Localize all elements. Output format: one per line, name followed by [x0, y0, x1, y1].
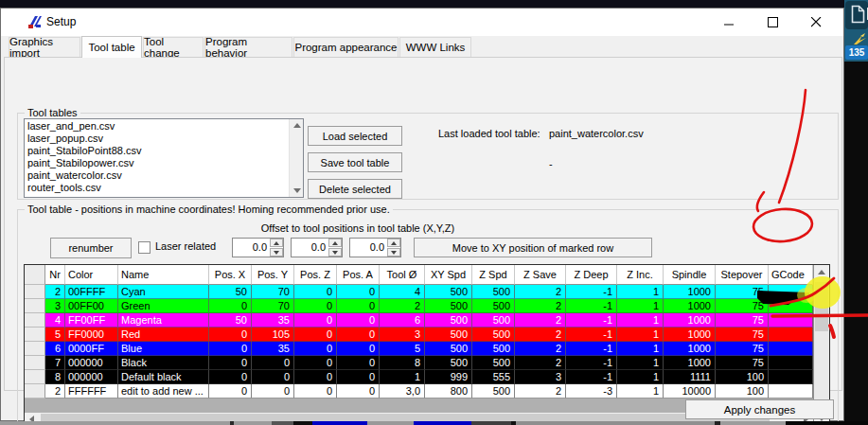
table-cell[interactable] [769, 313, 813, 328]
table-cell[interactable]: 75 [716, 342, 769, 356]
table-cell[interactable]: 500 [425, 285, 472, 299]
table-cell[interactable]: 100 [716, 370, 769, 384]
table-cell[interactable]: 3,0 [380, 384, 425, 398]
delete-selected-button[interactable]: Delete selected [308, 179, 402, 199]
table-cell[interactable]: 2 [45, 384, 65, 398]
column-header-name[interactable]: Name [118, 265, 209, 285]
table-cell[interactable]: 5 [380, 342, 425, 356]
table-cell[interactable]: 0 [337, 328, 380, 342]
table-cell[interactable]: 1000 [664, 313, 716, 328]
table-cell[interactable]: 0 [294, 342, 337, 356]
table-cell[interactable]: 4 [380, 285, 425, 299]
table-cell[interactable]: 500 [425, 299, 472, 313]
table-cell[interactable]: 100 [716, 384, 769, 398]
table-cell[interactable]: 2 [515, 384, 566, 398]
row-header[interactable] [25, 299, 45, 313]
table-cell[interactable]: Black [118, 356, 209, 370]
table-cell[interactable]: 75 [716, 313, 769, 328]
document-icon-tile[interactable] [845, 1, 868, 29]
table-cell[interactable]: 500 [472, 328, 515, 342]
row-header[interactable] [25, 384, 45, 398]
table-cell[interactable]: 4 [45, 313, 65, 328]
table-cell[interactable]: 0 [294, 370, 337, 384]
column-header-gcode[interactable]: GCode [769, 265, 813, 285]
table-cell[interactable]: 0 [294, 313, 337, 328]
table-cell[interactable]: 1 [380, 370, 425, 384]
move-to-xy-button[interactable]: Move to XY position of marked row [414, 238, 652, 257]
column-header-z-spd[interactable]: Z Spd [472, 265, 515, 285]
table-cell[interactable]: 3 [515, 370, 566, 384]
row-header[interactable] [25, 313, 45, 328]
spin-down-icon[interactable] [387, 248, 400, 257]
table-cell[interactable]: 8 [380, 356, 425, 370]
column-header-stepover[interactable]: Stepover [716, 265, 769, 285]
table-cell[interactable]: -1 [566, 370, 617, 384]
table-cell[interactable]: 0 [337, 285, 380, 299]
minimize-button[interactable] [707, 9, 751, 36]
table-cell[interactable]: 500 [472, 299, 515, 313]
table-cell[interactable]: -1 [566, 299, 617, 313]
column-header-xy-spd[interactable]: XY Spd [425, 265, 472, 285]
table-cell[interactable]: 75 [716, 299, 769, 313]
table-cell[interactable]: 0 [337, 356, 380, 370]
spin-down-icon[interactable] [328, 248, 342, 257]
table-cell[interactable]: 0 [294, 299, 337, 313]
laser-related-checkbox[interactable] [138, 241, 151, 254]
table-cell[interactable]: 0 [337, 384, 380, 398]
row-header[interactable] [25, 328, 45, 342]
table-cell[interactable]: -3 [566, 384, 617, 398]
table-cell[interactable]: 1 [617, 370, 664, 384]
spin-up-icon[interactable] [387, 239, 400, 247]
table-cell[interactable]: 500 [472, 285, 515, 299]
table-cell[interactable]: 0 [294, 328, 337, 342]
table-cell[interactable] [769, 370, 813, 384]
table-cell[interactable]: 500 [425, 342, 472, 356]
table-cell[interactable]: 0 [209, 370, 252, 384]
row-header[interactable] [25, 285, 45, 299]
table-cell[interactable]: 1000 [664, 328, 716, 342]
title-bar[interactable]: Setup [1, 9, 843, 36]
table-cell[interactable]: 0 [294, 384, 337, 398]
table-cell[interactable]: 1111 [664, 370, 716, 384]
column-header-pos-z[interactable]: Pos. Z [294, 265, 337, 285]
table-cell[interactable]: 1 [617, 313, 664, 328]
table-cell[interactable]: 1000 [664, 285, 716, 299]
scroll-down-icon[interactable] [293, 188, 301, 193]
table-cell[interactable]: 1 [617, 356, 664, 370]
table-cell[interactable] [769, 342, 813, 356]
offset-y-stepper[interactable]: 0.0 [291, 238, 343, 257]
list-item[interactable]: paint_Stabilopower.csv [25, 157, 303, 169]
list-item[interactable]: paint_watercolor.csv [25, 169, 303, 182]
table-cell[interactable]: 5 [45, 328, 65, 342]
table-cell[interactable]: 0 [209, 342, 252, 356]
table-cell[interactable] [769, 328, 813, 342]
table-cell[interactable]: 555 [472, 370, 515, 384]
table-cell[interactable]: 1 [617, 299, 664, 313]
table-cell[interactable]: 1 [617, 285, 664, 299]
table-cell[interactable]: 00FFFF [65, 285, 118, 299]
table-cell[interactable]: 000000 [65, 370, 118, 384]
table-cell[interactable]: edit to add new ... [118, 384, 209, 398]
table-cell[interactable]: 0 [294, 285, 337, 299]
table-cell[interactable]: -1 [566, 285, 617, 299]
table-cell[interactable]: 800 [425, 384, 472, 398]
table-cell[interactable]: 000000 [65, 356, 118, 370]
tab-tool-change[interactable]: Tool change [143, 37, 204, 57]
table-cell[interactable]: FF00FF [65, 313, 118, 328]
table-cell[interactable]: 1 [617, 342, 664, 356]
column-header-z-save[interactable]: Z Save [515, 265, 566, 285]
table-cell[interactable]: 2 [515, 313, 566, 328]
table-cell[interactable]: Magenta [118, 313, 209, 328]
table-cell[interactable]: 00FF00 [65, 299, 118, 313]
table-cell[interactable]: 2 [515, 285, 566, 299]
table-cell[interactable]: 2 [515, 328, 566, 342]
table-cell[interactable]: 6 [380, 313, 425, 328]
table-cell[interactable]: -1 [566, 313, 617, 328]
spin-down-icon[interactable] [270, 248, 283, 257]
scroll-up-icon[interactable] [814, 265, 829, 280]
table-cell[interactable] [769, 299, 813, 313]
table-cell[interactable] [769, 384, 813, 398]
table-cell[interactable]: 0 [209, 356, 252, 370]
tab-tool-table[interactable]: Tool table [81, 36, 142, 58]
save-tool-table-button[interactable]: Save tool table [308, 152, 402, 172]
